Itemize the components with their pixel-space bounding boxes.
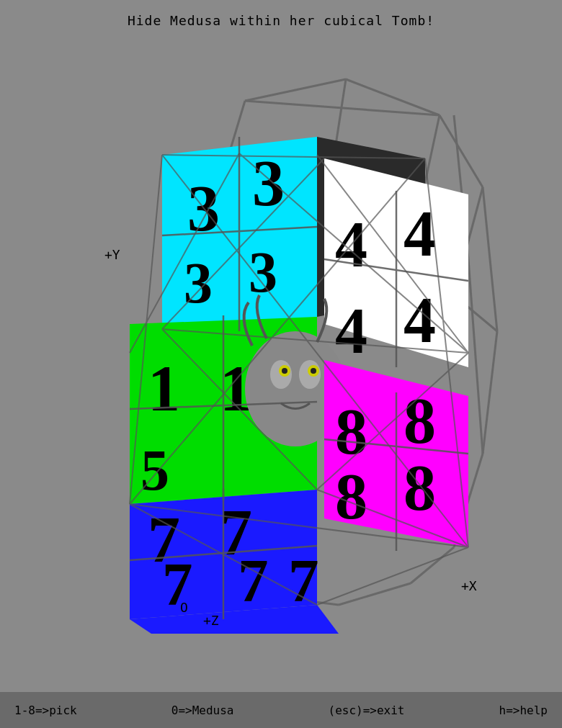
medusa-iris-left [282,368,287,374]
num-7-blue-3: 7 [162,550,193,618]
svg-line-11 [339,583,411,605]
svg-line-50 [317,547,468,605]
num-5-green: 5 [140,439,169,502]
title-text: Hide Medusa within her cubical Tomb! [128,13,434,28]
3d-scene: 3 3 3 3 3 3 4 4 4 4 1 1 5 8 8 8 8 7 7 7 … [36,43,540,634]
axis-z-label: +Z [203,613,219,628]
axis-o-label: O [180,600,188,615]
svg-line-8 [483,331,497,454]
num-8-mag-1: 8 [335,396,367,467]
axis-x-label: +X [461,578,477,593]
axis-y-label: +Y [104,247,120,262]
svg-line-24 [468,259,483,454]
num-8-mag-4: 8 [403,452,436,523]
num-4-white-3: 4 [335,295,367,367]
pick-hint: 1-8=>pick [14,704,77,717]
medusa-iris-right [311,368,316,374]
game-title: Hide Medusa within her cubical Tomb! [0,13,562,28]
num-1-green: 1 [148,353,180,424]
num-8-mag-3: 8 [335,461,367,532]
num-3-cyan-3: 3 [184,251,213,315]
status-bar: 1-8=>pick 0=>Medusa (esc)=>exit h=>help [0,692,562,728]
exit-hint: (esc)=>exit [329,704,405,717]
svg-line-0 [245,79,346,101]
num-3-cyan-2: 3 [252,148,285,219]
num-7-blue-4: 7 [238,547,269,614]
svg-line-7 [483,187,497,331]
medusa-hint: 0=>Medusa [171,704,234,717]
help-hint: h=>help [499,704,548,717]
svg-line-10 [411,547,454,583]
